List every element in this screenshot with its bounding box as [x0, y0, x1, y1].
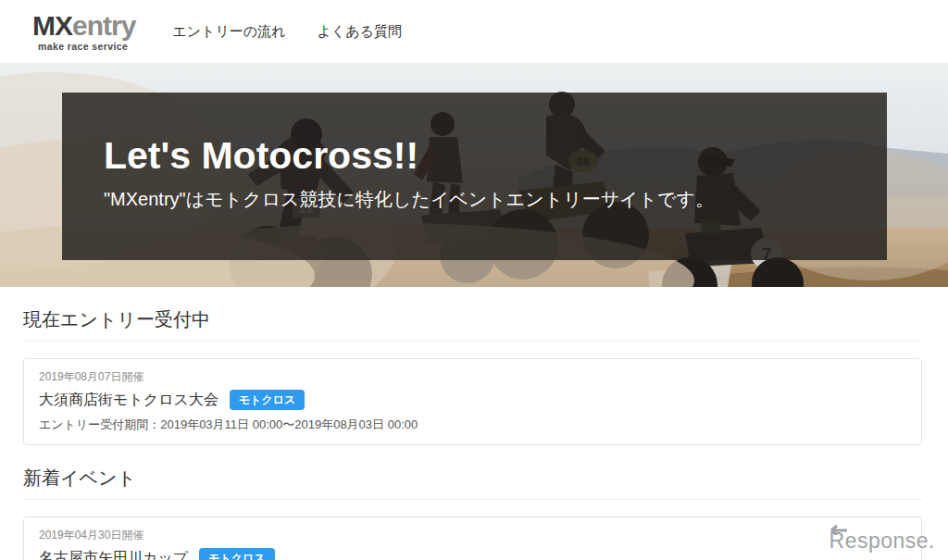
page-content: 現在エントリー受付中 2019年08月07日開催 大須商店街モトクロス大会 モト…	[23, 307, 922, 560]
section-divider	[23, 499, 922, 500]
response-watermark: Response.	[830, 530, 935, 552]
section-current-entries: 現在エントリー受付中 2019年08月07日開催 大須商店街モトクロス大会 モト…	[23, 307, 922, 445]
event-card-yadagawa[interactable]: 2019年04月30日開催 名古屋市矢田川カップ モトクロス エントリー受付期間…	[23, 516, 922, 560]
section-heading-new: 新着イベント	[23, 466, 922, 491]
logo-mx: MX	[32, 10, 72, 41]
section-heading-current: 現在エントリー受付中	[23, 307, 922, 332]
event-title[interactable]: 大須商店街モトクロス大会	[39, 391, 218, 410]
event-entry-period: エントリー受付期間：2019年03月11日 00:00〜2019年08月03日 …	[39, 417, 906, 433]
site-logo[interactable]: MXentry make race service	[32, 12, 135, 52]
hero-subtitle: "MXentry"はモトクロス競技に特化したイベントエントリーサイトです。	[104, 187, 887, 212]
response-arrow-icon	[826, 524, 848, 535]
section-divider	[23, 341, 922, 342]
event-category-badge: モトクロス	[230, 390, 305, 410]
event-card-osu[interactable]: 2019年08月07日開催 大須商店街モトクロス大会 モトクロス エントリー受付…	[23, 358, 922, 445]
nav-entry-flow[interactable]: エントリーの流れ	[172, 23, 285, 41]
site-header: MXentry make race service エントリーの流れ よくある質…	[0, 0, 948, 63]
logo-entry: entry	[72, 10, 135, 41]
main-nav: エントリーの流れ よくある質問	[172, 23, 402, 41]
event-title-row: 名古屋市矢田川カップ モトクロス	[39, 548, 906, 560]
event-category-badge: モトクロス	[199, 548, 274, 560]
logo-wordmark: MXentry	[32, 12, 135, 40]
nav-faq[interactable]: よくある質問	[317, 23, 401, 41]
event-date: 2019年08月07日開催	[39, 369, 906, 385]
hero-banner: 22 86	[0, 63, 948, 287]
event-title-row: 大須商店街モトクロス大会 モトクロス	[39, 390, 906, 410]
section-new-events: 新着イベント 2019年04月30日開催 名古屋市矢田川カップ モトクロス エン…	[23, 466, 922, 560]
logo-tagline: make race service	[32, 42, 135, 52]
hero-title: Let's Motocross!!	[104, 135, 887, 177]
hero-overlay-panel: Let's Motocross!! "MXentry"はモトクロス競技に特化した…	[62, 93, 887, 260]
event-date: 2019年04月30日開催	[39, 528, 906, 543]
event-title[interactable]: 名古屋市矢田川カップ	[39, 549, 188, 560]
